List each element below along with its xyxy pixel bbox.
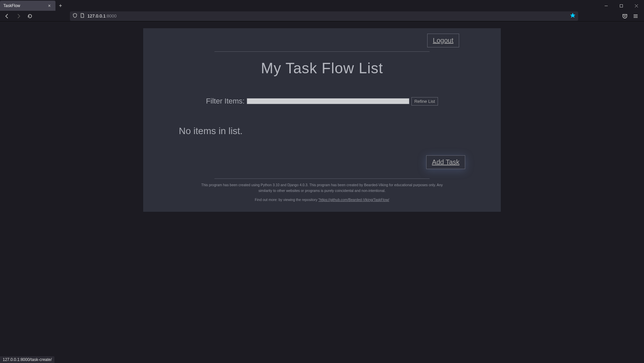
url-port: :8000 — [106, 13, 117, 18]
window-maximize-button[interactable] — [614, 1, 629, 11]
footer-line-2: Find out more: by viewing the repository… — [197, 197, 447, 203]
hamburger-menu-icon[interactable] — [631, 11, 641, 21]
svg-marker-4 — [570, 13, 575, 17]
divider-top — [214, 51, 430, 52]
logout-row: Logout — [143, 34, 501, 51]
window-controls — [599, 1, 644, 11]
refine-list-button[interactable]: Refine List — [411, 97, 438, 106]
url-host: 127.0.0.1 — [87, 13, 106, 18]
new-tab-button[interactable]: + — [55, 1, 66, 11]
footer-find-prefix: Find out more: by viewing the repository — [255, 198, 318, 202]
window-minimize-button[interactable] — [599, 1, 614, 11]
page-title: My Task Flow List — [143, 60, 501, 77]
page-viewport: Logout My Task Flow List Filter Items: R… — [0, 22, 644, 356]
filter-row: Filter Items: Refine List — [143, 97, 501, 106]
add-task-row: Add Task — [143, 155, 501, 169]
toolbar-right-icons — [620, 11, 641, 21]
browser-tab-strip: TaskFlow × + — [0, 0, 644, 11]
filter-label: Filter Items: — [206, 97, 245, 106]
tab-close-icon[interactable]: × — [47, 3, 52, 8]
nav-reload-button[interactable] — [25, 11, 35, 21]
bookmark-star-icon[interactable] — [570, 13, 575, 19]
footer-repo-link[interactable]: "https://github.com/Bearded-Viking/TaskF… — [318, 198, 389, 202]
window-close-button[interactable] — [629, 1, 644, 11]
browser-toolbar: 127.0.0.1:8000 — [0, 11, 644, 22]
nav-back-button[interactable] — [2, 11, 12, 21]
browser-tab-active[interactable]: TaskFlow × — [0, 1, 55, 11]
footer: This program has been created using Pyth… — [143, 179, 501, 202]
empty-list-message: No items in list. — [143, 126, 501, 136]
tab-title: TaskFlow — [3, 3, 47, 8]
app-container: Logout My Task Flow List Filter Items: R… — [143, 28, 501, 212]
page-icon — [80, 13, 85, 19]
footer-line-1: This program has been created using Pyth… — [197, 182, 447, 194]
nav-forward-button[interactable] — [13, 11, 24, 21]
url-bar[interactable]: 127.0.0.1:8000 — [70, 11, 578, 21]
filter-input[interactable] — [247, 98, 409, 104]
shield-icon — [73, 13, 77, 19]
logout-button[interactable]: Logout — [427, 34, 459, 47]
url-text: 127.0.0.1:8000 — [87, 13, 117, 18]
pocket-icon[interactable] — [620, 11, 630, 21]
add-task-button[interactable]: Add Task — [426, 155, 465, 169]
svg-rect-1 — [620, 4, 623, 7]
status-bar: 127.0.0.1:8000/task-create/ — [0, 356, 54, 363]
